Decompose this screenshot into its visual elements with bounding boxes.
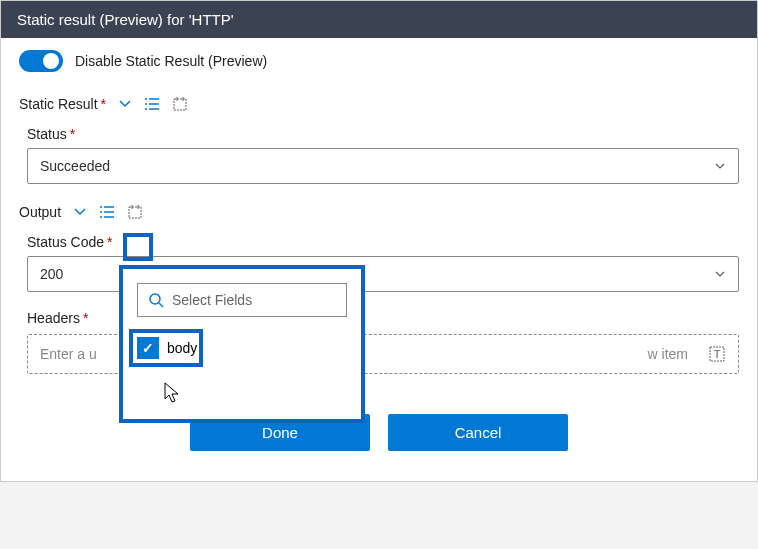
chevron-down-icon[interactable] <box>118 97 132 111</box>
cancel-button[interactable]: Cancel <box>388 414 568 451</box>
required-asterisk: * <box>107 234 112 250</box>
chevron-down-icon <box>714 268 726 280</box>
svg-rect-15 <box>129 207 141 218</box>
select-fields-search[interactable]: Select Fields <box>137 283 347 317</box>
static-result-panel: Static result (Preview) for 'HTTP' Disab… <box>0 0 758 482</box>
status-code-value: 200 <box>40 266 63 282</box>
search-icon <box>148 292 164 308</box>
panel-titlebar: Static result (Preview) for 'HTTP' <box>1 1 757 38</box>
required-asterisk: * <box>70 126 75 142</box>
output-list-icon[interactable] <box>99 205 115 219</box>
field-option-body[interactable]: ✓ body <box>137 337 347 359</box>
static-result-label: Static Result <box>19 96 98 112</box>
svg-point-20 <box>150 294 160 304</box>
headers-placeholder: Enter a u <box>40 346 97 362</box>
status-label: Status <box>27 126 67 142</box>
search-placeholder: Select Fields <box>172 292 252 308</box>
disable-static-result-toggle[interactable] <box>19 50 63 72</box>
status-value: Succeeded <box>40 158 110 174</box>
select-fields-popover: Select Fields ✓ body <box>119 265 365 423</box>
panel-title: Static result (Preview) for 'HTTP' <box>17 11 234 28</box>
chevron-down-icon[interactable] <box>73 205 87 219</box>
status-select[interactable]: Succeeded <box>27 148 739 184</box>
svg-line-21 <box>159 303 163 307</box>
mouse-cursor <box>163 381 183 405</box>
insert-data-icon[interactable]: T <box>708 345 726 363</box>
toggle-label: Disable Static Result (Preview) <box>75 53 267 69</box>
headers-label: Headers <box>27 310 80 326</box>
svg-text:T: T <box>714 348 721 360</box>
chevron-down-icon <box>714 160 726 172</box>
required-asterisk: * <box>101 96 106 112</box>
output-label: Output <box>19 204 61 220</box>
token-picker-icon[interactable] <box>127 204 143 220</box>
status-code-label: Status Code <box>27 234 104 250</box>
token-picker-icon[interactable] <box>172 96 188 112</box>
svg-rect-6 <box>174 99 186 110</box>
list-icon[interactable] <box>144 97 160 111</box>
new-item-text: w item <box>648 346 688 362</box>
toggle-knob <box>43 53 59 69</box>
highlight-body-checkbox <box>129 329 203 367</box>
required-asterisk: * <box>83 310 88 326</box>
